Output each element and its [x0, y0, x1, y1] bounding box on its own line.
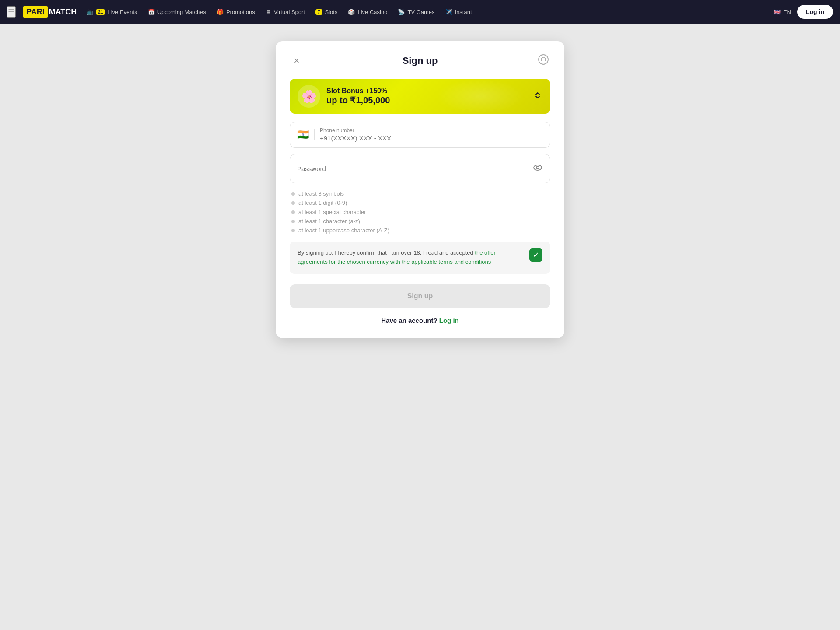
- hint-dot-icon: [291, 192, 295, 196]
- password-hint: at least 8 symbols: [291, 190, 549, 197]
- nav-live-events[interactable]: 📺 21 Live Events: [82, 6, 141, 18]
- nav-promotions-label: Promotions: [226, 9, 255, 15]
- nav-virtual-sport-label: Virtual Sport: [274, 9, 305, 15]
- checkmark-icon: ✓: [533, 250, 539, 260]
- terms-checkbox[interactable]: ✓: [529, 248, 542, 262]
- modal-header: × Sign up: [290, 55, 550, 66]
- terms-box: By signing up, I hereby confirm that I a…: [290, 242, 550, 274]
- nav-upcoming-matches[interactable]: 📅 Upcoming Matches: [144, 6, 210, 18]
- password-hint: at least 1 uppercase character (A-Z): [291, 227, 549, 234]
- signup-button[interactable]: Sign up: [290, 284, 550, 308]
- bonus-icon: 🌸: [298, 85, 320, 108]
- svg-rect-2: [545, 60, 546, 61]
- india-flag-icon: 🇮🇳: [297, 129, 309, 140]
- password-input-row: [290, 154, 550, 183]
- hint-dot-icon: [291, 220, 295, 223]
- slots-badge: 7: [315, 9, 322, 15]
- signup-modal: × Sign up 🌸 Slot: [276, 41, 564, 338]
- password-input[interactable]: [297, 165, 532, 172]
- svg-rect-1: [541, 60, 542, 61]
- language-selector[interactable]: 🇬🇧 EN: [769, 6, 795, 18]
- live-casino-icon: 🎲: [348, 9, 355, 15]
- hint-dot-icon: [291, 201, 295, 205]
- nav-live-casino-label: Live Casino: [357, 9, 387, 15]
- nav-slots[interactable]: 7 Slots: [311, 6, 342, 18]
- nav-instant-label: Instant: [455, 9, 472, 15]
- promotions-icon: 🎁: [217, 9, 224, 15]
- nav-instant[interactable]: ✈️ Instant: [441, 6, 476, 18]
- live-events-icon: 📺: [86, 9, 93, 15]
- svg-point-4: [536, 166, 539, 169]
- nav-upcoming-matches-label: Upcoming Matches: [158, 9, 206, 15]
- have-account-text: Have an account?: [381, 317, 437, 324]
- password-hint: at least 1 special character: [291, 209, 549, 215]
- phone-label: Phone number: [320, 127, 543, 133]
- hint-text: at least 1 digit (0-9): [298, 200, 347, 206]
- country-selector[interactable]: 🇮🇳: [297, 129, 315, 140]
- logo-pari: PARI: [23, 6, 48, 18]
- hamburger-button[interactable]: ☰: [7, 6, 16, 18]
- password-hint: at least 1 digit (0-9): [291, 200, 549, 206]
- live-events-badge: 21: [96, 9, 105, 15]
- terms-text-before: By signing up, I hereby confirm that I a…: [298, 249, 475, 256]
- help-icon: [538, 54, 549, 68]
- phone-input[interactable]: [320, 134, 543, 142]
- have-account-section: Have an account? Log in: [290, 317, 550, 324]
- bonus-chevron-icon: [533, 91, 542, 102]
- nav-slots-label: Slots: [325, 9, 338, 15]
- hamburger-icon: ☰: [8, 7, 15, 16]
- nav-virtual-sport[interactable]: 🖥 Virtual Sport: [261, 6, 309, 18]
- terms-text: By signing up, I hereby confirm that I a…: [298, 248, 523, 267]
- hint-text: at least 1 uppercase character (A-Z): [298, 227, 389, 234]
- toggle-password-button[interactable]: [532, 162, 543, 175]
- upcoming-matches-icon: 📅: [148, 9, 155, 15]
- tv-games-icon: 📡: [398, 9, 405, 15]
- nav-live-casino[interactable]: 🎲 Live Casino: [343, 6, 392, 18]
- hint-dot-icon: [291, 229, 295, 232]
- banner-overlay: [437, 79, 524, 114]
- phone-field-wrap: Phone number: [320, 127, 543, 142]
- hint-dot-icon: [291, 210, 295, 214]
- page-background: × Sign up 🌸 Slot: [0, 24, 840, 630]
- password-hint: at least 1 character (a-z): [291, 218, 549, 224]
- phone-input-row: 🇮🇳 Phone number: [290, 122, 550, 148]
- eye-icon: [532, 165, 543, 175]
- flag-icon: 🇬🇧: [774, 9, 780, 15]
- instant-icon: ✈️: [445, 9, 452, 15]
- nav-promotions[interactable]: 🎁 Promotions: [212, 6, 259, 18]
- help-button[interactable]: [536, 54, 550, 68]
- hint-text: at least 8 symbols: [298, 190, 344, 197]
- virtual-sport-icon: 🖥: [266, 9, 271, 15]
- login-link[interactable]: Log in: [439, 317, 459, 324]
- hint-text: at least 1 special character: [298, 209, 366, 215]
- nav-tv-games[interactable]: 📡 TV Games: [393, 6, 439, 18]
- login-button[interactable]: Log in: [797, 5, 833, 19]
- svg-point-0: [539, 55, 548, 64]
- navbar: ☰ PARIMATCH 📺 21 Live Events 📅 Upcoming …: [0, 0, 840, 24]
- nav-live-events-label: Live Events: [108, 9, 137, 15]
- nav-tv-games-label: TV Games: [407, 9, 434, 15]
- bonus-banner[interactable]: 🌸 Slot Bonus +150% up to ₹1,05,000: [290, 79, 550, 114]
- svg-point-3: [534, 165, 542, 170]
- password-hints: at least 8 symbolsat least 1 digit (0-9)…: [290, 190, 550, 234]
- hint-text: at least 1 character (a-z): [298, 218, 360, 224]
- modal-title: Sign up: [402, 55, 438, 66]
- close-icon: ×: [294, 55, 300, 66]
- close-button[interactable]: ×: [290, 54, 304, 68]
- logo: PARIMATCH: [23, 6, 77, 18]
- language-label: EN: [783, 9, 791, 15]
- logo-match: MATCH: [49, 7, 77, 17]
